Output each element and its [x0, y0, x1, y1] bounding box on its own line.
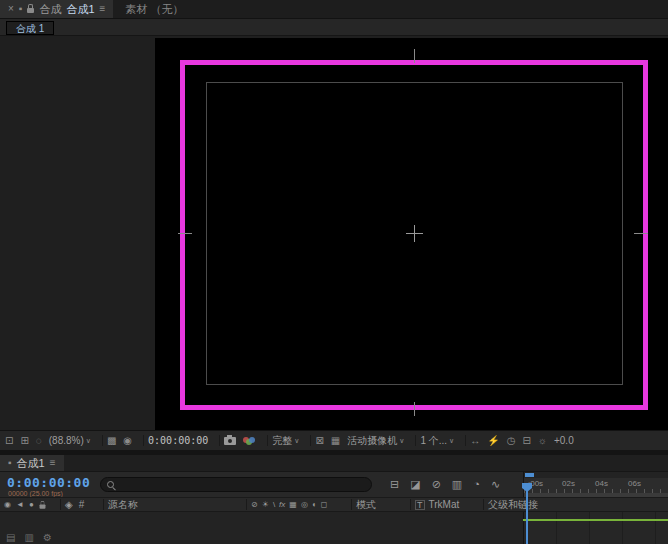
navigator-start-handle[interactable]: [525, 473, 534, 477]
timeline-controls: 0:00:00:00 00000 (25.00 fps) ⊟ ◪ ⊘ ▥ ◔ ∿…: [0, 471, 668, 497]
grid-options-icon[interactable]: ⊞: [20, 436, 28, 446]
viewer-tab-comp1[interactable]: 合成 1: [6, 21, 54, 35]
playhead-line[interactable]: [526, 490, 528, 544]
current-time-display[interactable]: 0:00:00:00: [7, 475, 90, 490]
search-field[interactable]: [100, 477, 372, 492]
label-swatch-icon[interactable]: ◈: [65, 499, 73, 510]
search-input[interactable]: [118, 479, 365, 491]
collapse-column-icon[interactable]: ☀: [262, 500, 269, 509]
draft-3d-icon[interactable]: ◪: [410, 478, 420, 491]
mode-header: 模式: [356, 498, 376, 512]
source-name-header: 源名称: [108, 498, 138, 512]
close-icon[interactable]: ×: [8, 4, 14, 14]
composition-viewer[interactable]: [0, 36, 668, 430]
cached-frames-indicator: [523, 519, 668, 521]
graph-editor-icon[interactable]: ∿: [491, 478, 500, 491]
edge-tick-bottom: [414, 402, 415, 416]
toolbar-divider: [219, 435, 220, 446]
camera-view-dropdown[interactable]: 活动摄像机 ∨: [347, 434, 404, 448]
tab-composition[interactable]: × ▪ 合成 合成1 ≡: [0, 0, 113, 18]
fast-preview-icon[interactable]: ⚡: [487, 436, 499, 446]
time-navigator[interactable]: [524, 472, 668, 478]
toolbar-divider: [267, 435, 268, 446]
toolbar-divider: [415, 435, 416, 446]
column-divider[interactable]: [60, 499, 61, 510]
timeline-tab-label: 合成1: [17, 456, 45, 471]
mini-flowchart-icon[interactable]: ⊟: [390, 478, 399, 491]
mask-path-icon[interactable]: ◉: [123, 436, 132, 446]
viewer-toolbar: ⊡ ⊞ ◌ (88.8%) ∨ ▩ ◉ 0:00:00:00 完整 ∨ ⊠ ▦ …: [0, 430, 668, 450]
video-eye-icon[interactable]: ◉: [4, 500, 11, 509]
monitor-icon[interactable]: ⊡: [5, 436, 13, 446]
exposure-value[interactable]: +0.0: [554, 435, 574, 446]
timeline-track-area[interactable]: [523, 512, 668, 544]
motion-blur-icon[interactable]: ◔: [473, 478, 480, 491]
region-of-interest-icon[interactable]: ⊠: [315, 436, 323, 446]
ruler-tick-label: 06s: [628, 479, 641, 488]
quality-column-icon[interactable]: \: [273, 500, 275, 509]
pixel-aspect-icon[interactable]: ↔: [470, 436, 480, 446]
view-layout-value: 1 个...: [420, 434, 447, 448]
mode-column[interactable]: 模式: [356, 498, 406, 512]
adjustment-column-icon[interactable]: ◐: [312, 500, 317, 509]
solo-icon[interactable]: ●: [29, 500, 34, 509]
expand-switches-icon[interactable]: ▤: [6, 532, 15, 543]
zoom-value: (88.8%): [49, 435, 84, 446]
chevron-down-icon: ∨: [294, 437, 299, 445]
shy-layers-icon[interactable]: ⊘: [432, 478, 441, 491]
label-column: ◈ #: [65, 499, 99, 510]
edge-tick-left: [178, 233, 192, 234]
chevron-down-icon: ∨: [86, 437, 91, 445]
edge-tick-top: [414, 49, 415, 63]
trkmat-column[interactable]: T TrkMat: [415, 499, 479, 510]
resolution-dropdown[interactable]: 完整 ∨: [272, 434, 299, 448]
timeline-bottom-toggles: ▤ ▥ ⚙: [6, 532, 52, 543]
flowchart-icon[interactable]: ⊟: [522, 436, 530, 446]
lock-icon[interactable]: [27, 8, 34, 13]
frame-blend-column-icon[interactable]: ▦: [289, 500, 297, 509]
viewer-timecode[interactable]: 0:00:00:00: [148, 435, 208, 446]
fx-column-icon[interactable]: fx: [279, 500, 285, 509]
motion-blur-column-icon[interactable]: ◎: [301, 500, 308, 509]
show-channel-icon[interactable]: [243, 436, 256, 445]
panel-menu-icon[interactable]: ≡: [50, 458, 56, 468]
transparency-grid-icon[interactable]: ▦: [331, 436, 340, 446]
expand-transfer-icon[interactable]: ▥: [24, 532, 33, 543]
mask-visibility-icon[interactable]: ◌: [36, 436, 42, 446]
ruler-tick-label: 04s: [595, 479, 608, 488]
resolution-value: 完整: [272, 434, 292, 448]
time-ruler[interactable]: :00s 02s 04s 06s: [523, 472, 668, 493]
parent-link-column[interactable]: 父级和链接: [488, 498, 588, 512]
tab-footage[interactable]: 素材 （无）: [113, 0, 195, 18]
timeline-tab-row: ▪ 合成1 ≡: [0, 455, 668, 471]
source-name-column[interactable]: 源名称: [108, 498, 242, 512]
timeline-tab-comp1[interactable]: ▪ 合成1 ≡: [0, 455, 64, 471]
column-divider[interactable]: [483, 499, 484, 510]
gear-icon[interactable]: ⚙: [43, 532, 52, 543]
chevron-down-icon: ∨: [399, 437, 404, 445]
exposure-reset-icon[interactable]: ☼: [538, 436, 547, 446]
zoom-dropdown[interactable]: (88.8%) ∨: [49, 435, 91, 446]
search-icon: [107, 481, 114, 488]
column-divider[interactable]: [410, 499, 411, 510]
lock-column-icon[interactable]: [39, 504, 45, 508]
camera-view-value: 活动摄像机: [347, 434, 397, 448]
frame-blend-icon[interactable]: ▥: [452, 478, 462, 491]
panel-tab-bar: × ▪ 合成 合成1 ≡ 素材 （无）: [0, 0, 668, 19]
comp-tab-name: 合成1: [66, 2, 94, 17]
panel-icon: ▪: [8, 458, 12, 468]
audio-icon[interactable]: ◄: [16, 500, 24, 509]
shy-column-icon[interactable]: ⊘: [251, 500, 258, 509]
view-layout-dropdown[interactable]: 1 个... ∨: [420, 434, 454, 448]
guides-icon[interactable]: ▩: [107, 436, 116, 446]
timeline-button-icon[interactable]: ◷: [507, 436, 516, 446]
column-divider[interactable]: [103, 499, 104, 510]
cube-3d-column-icon[interactable]: ◻: [321, 500, 328, 509]
toolbar-divider: [102, 435, 103, 446]
layer-list-area[interactable]: ▤ ▥ ⚙: [0, 512, 523, 544]
column-divider[interactable]: [246, 499, 247, 510]
snapshot-camera-icon[interactable]: [224, 437, 236, 445]
column-divider[interactable]: [351, 499, 352, 510]
trkmat-t-icon: T: [415, 500, 425, 510]
panel-menu-icon[interactable]: ≡: [100, 4, 106, 14]
